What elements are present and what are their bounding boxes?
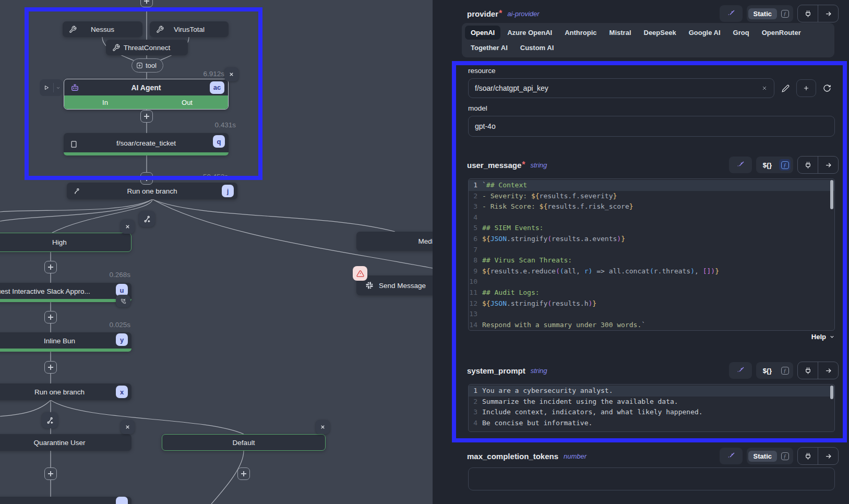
expression-mode-button[interactable]: ƒ xyxy=(779,450,791,462)
output-arrow-button[interactable] xyxy=(818,362,838,379)
clear-icon[interactable] xyxy=(761,85,768,91)
code-line[interactable]: 9${results.e.reduce((all, r) => all.conc… xyxy=(469,266,834,277)
delete-node-button[interactable] xyxy=(316,420,330,434)
run-node-button-group[interactable] xyxy=(40,79,63,96)
agent-out-handle[interactable]: Out xyxy=(146,95,228,109)
tab-mistral[interactable]: Mistral xyxy=(604,26,637,40)
code-line[interactable]: 8## Virus Scan Threats: xyxy=(469,255,834,266)
code-line[interactable]: 5## SIEM Events: xyxy=(469,223,834,234)
connect-input-button[interactable] xyxy=(798,362,818,379)
add-tool-chip[interactable]: tool xyxy=(131,58,163,73)
add-node-connector[interactable] xyxy=(44,261,57,273)
code-line[interactable]: 11## Audit Logs: xyxy=(469,287,834,298)
code-line[interactable]: 2- Severity: ${results.f.severity} xyxy=(469,191,834,202)
mode-toggle[interactable]: ${} ƒ xyxy=(756,362,793,379)
code-line[interactable]: 3- Risk Score: ${results.f.risk_score} xyxy=(469,201,834,212)
delete-node-button[interactable] xyxy=(121,420,135,434)
node-nessus[interactable]: Nessus xyxy=(63,21,142,37)
max-tokens-input[interactable] xyxy=(468,467,835,490)
ai-autofill-button[interactable] xyxy=(729,362,752,379)
node-slack-approval[interactable]: Request Interactive Slack Appro... u xyxy=(0,283,131,302)
connect-input-button[interactable] xyxy=(798,157,818,173)
scrollbar-thumb[interactable] xyxy=(830,180,833,209)
node-threatconnect[interactable]: ThreatConnect xyxy=(106,40,188,55)
ai-autofill-button[interactable] xyxy=(720,5,743,22)
mode-toggle[interactable]: Static ƒ xyxy=(747,5,793,22)
add-node-connector[interactable] xyxy=(237,467,250,480)
delete-node-button[interactable] xyxy=(121,220,135,234)
node-run-one-branch-2[interactable]: Run one branch x xyxy=(0,383,131,400)
model-input[interactable]: gpt-4o xyxy=(468,116,835,137)
code-line[interactable]: 12${JSON.stringify(results.h)} xyxy=(469,298,834,309)
add-node-connector[interactable] xyxy=(44,311,57,323)
tab-azure-openai[interactable]: Azure OpenAI xyxy=(501,26,558,40)
ai-autofill-button[interactable] xyxy=(729,157,752,173)
user-message-code-editor[interactable]: 1`## Context2- Severity: ${results.f.sev… xyxy=(468,178,835,331)
add-resource-button[interactable] xyxy=(796,79,816,97)
node-quarantine-user[interactable]: Quarantine User xyxy=(0,434,131,451)
scrollbar-thumb[interactable] xyxy=(830,386,833,399)
mode-label[interactable]: Static xyxy=(748,8,777,19)
add-branch-button[interactable] xyxy=(42,412,58,428)
output-arrow-button[interactable] xyxy=(818,157,838,173)
add-node-connector[interactable] xyxy=(44,467,57,480)
tab-groq[interactable]: Groq xyxy=(727,26,755,40)
output-arrow-button[interactable] xyxy=(818,448,838,464)
edit-resource-button[interactable] xyxy=(778,80,793,96)
code-line[interactable]: 13 xyxy=(469,309,834,320)
code-line[interactable]: 10 xyxy=(469,277,834,287)
tab-google-ai[interactable]: Google AI xyxy=(683,26,726,40)
add-node-connector[interactable] xyxy=(140,110,153,123)
code-line[interactable]: 3Include context, indicators, and what l… xyxy=(469,407,834,418)
code-line[interactable]: 1`## Context xyxy=(469,180,834,191)
expression-mode-button[interactable]: ƒ xyxy=(779,365,791,376)
tab-together-ai[interactable]: Together AI xyxy=(465,41,513,55)
code-line[interactable]: 1You are a cybersecurity analyst. xyxy=(469,386,834,397)
node-inline-bun[interactable]: Inline Bun y xyxy=(0,332,131,352)
tab-openrouter[interactable]: OpenRouter xyxy=(756,26,807,40)
mode-label[interactable]: ${} xyxy=(758,365,777,376)
tab-deepseek[interactable]: DeepSeek xyxy=(638,26,682,40)
refresh-resources-button[interactable] xyxy=(819,80,835,96)
node-virustotal[interactable]: VirusTotal xyxy=(150,21,229,37)
ai-autofill-button[interactable] xyxy=(720,448,743,464)
timing-ai-agent: 6.912s xyxy=(167,70,224,78)
code-line[interactable]: 6${JSON.stringify(results.a.events)} xyxy=(469,234,834,245)
chevron-down-icon[interactable] xyxy=(54,86,63,90)
code-line[interactable]: 4Be concise but informative. xyxy=(469,418,834,429)
expression-mode-button[interactable]: ƒ xyxy=(779,159,791,171)
agent-in-handle[interactable]: In xyxy=(64,95,146,109)
node-bottom-partial[interactable] xyxy=(0,497,131,504)
delete-node-button[interactable] xyxy=(224,67,238,81)
help-dropdown[interactable]: Help xyxy=(811,333,835,341)
node-high[interactable]: High xyxy=(0,233,131,252)
tab-openai[interactable]: OpenAI xyxy=(465,26,500,40)
resource-input[interactable]: f/soar/chatgpt_api_key xyxy=(468,78,774,98)
node-create-ticket[interactable]: f/soar/create_ticket q xyxy=(64,133,229,155)
connect-input-button[interactable] xyxy=(798,5,818,22)
add-node-connector[interactable] xyxy=(140,0,153,7)
code-line[interactable]: 14Respond with a summary under 300 words… xyxy=(469,320,834,331)
mode-label[interactable]: ${} xyxy=(758,160,777,171)
play-icon[interactable] xyxy=(40,85,53,91)
expression-mode-button[interactable]: ƒ xyxy=(779,8,791,19)
mode-label[interactable]: Static xyxy=(748,451,777,462)
code-line[interactable]: 2Summarize the incident using the availa… xyxy=(469,397,834,407)
add-node-connector[interactable] xyxy=(140,172,153,185)
add-node-connector[interactable] xyxy=(44,361,57,374)
tab-custom-ai[interactable]: Custom AI xyxy=(515,41,560,55)
tab-anthropic[interactable]: Anthropic xyxy=(559,26,602,40)
mode-toggle[interactable]: ${} ƒ xyxy=(756,157,793,173)
code-text: ${JSON.stringify(results.h)} xyxy=(482,298,596,309)
code-line[interactable]: 4 xyxy=(469,212,834,223)
node-default[interactable]: Default xyxy=(162,434,326,451)
node-run-one-branch-1[interactable]: Run one branch j xyxy=(67,183,237,199)
line-number: 1 xyxy=(469,180,482,191)
code-line[interactable]: 7 xyxy=(469,245,834,256)
output-arrow-button[interactable] xyxy=(818,5,838,22)
mode-toggle[interactable]: Static ƒ xyxy=(747,448,793,464)
add-branch-button[interactable] xyxy=(139,211,155,227)
system-prompt-code-editor[interactable]: 1You are a cybersecurity analyst.2Summar… xyxy=(468,384,835,432)
connect-input-button[interactable] xyxy=(798,448,818,464)
node-ai-agent[interactable]: AI Agent ac In Out xyxy=(64,79,229,110)
